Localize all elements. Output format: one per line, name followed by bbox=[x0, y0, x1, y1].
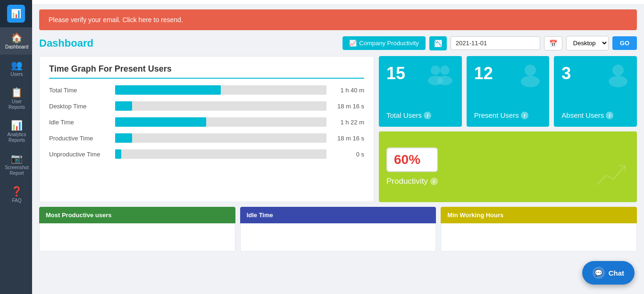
total-users-label: Total Users i bbox=[386, 111, 454, 119]
tg-value-idle-time: 1 h 22 m bbox=[331, 119, 364, 126]
alert-message: Please verify your email. Click here to … bbox=[49, 16, 183, 24]
productivity-percent: 60% bbox=[394, 152, 420, 167]
tg-bar-fill-productive-time bbox=[115, 133, 132, 143]
screenshot-icon: 📷 bbox=[11, 153, 23, 164]
tg-value-desktop-time: 18 m 16 s bbox=[331, 103, 364, 110]
svg-point-0 bbox=[431, 65, 440, 75]
productivity-percent-box: 60% bbox=[386, 147, 438, 172]
chat-bubble-icon: 💬 bbox=[593, 267, 605, 279]
sidebar-label-faq: FAQ bbox=[12, 198, 21, 204]
total-users-card: 15 Total Users i bbox=[379, 56, 462, 127]
calendar-icon: 📅 bbox=[549, 40, 557, 47]
tg-row-productive-time: Productive Time 18 m 16 s bbox=[49, 133, 364, 143]
tg-row-desktop-time: Desktop Time 18 m 16 s bbox=[49, 101, 364, 111]
tg-bar-bg-idle-time bbox=[115, 117, 326, 127]
sidebar-logo bbox=[0, 0, 32, 27]
analytics-icon: 📊 bbox=[11, 120, 23, 131]
dashboard-header: Dashboard 📈 Company Productivity 📉 📅 Des… bbox=[39, 36, 637, 50]
sidebar-item-user-reports[interactable]: 📋 User Reports bbox=[0, 82, 32, 115]
present-users-card: 12 Present Users i bbox=[467, 56, 550, 127]
time-graph-title: Time Graph For Present Users bbox=[49, 64, 364, 79]
absent-users-label: Absent Users i bbox=[561, 111, 629, 119]
topbar bbox=[32, 0, 644, 5]
company-productivity-button[interactable]: 📈 Company Productivity bbox=[343, 36, 425, 50]
absent-users-card: 3 Absent Users i bbox=[554, 56, 637, 127]
device-select[interactable]: Desktop Mobile All bbox=[566, 36, 609, 50]
bar-chart-icon: 📉 bbox=[434, 40, 442, 47]
productivity-label: Productivity i bbox=[386, 177, 438, 186]
idle-time-card: Idle Time bbox=[240, 207, 436, 252]
min-working-hours-body bbox=[441, 223, 637, 252]
min-working-hours-card: Min Working Hours bbox=[441, 207, 637, 252]
total-users-icon bbox=[426, 64, 454, 93]
idle-time-header: Idle Time bbox=[240, 207, 436, 223]
home-icon: 🏠 bbox=[11, 32, 23, 43]
faq-icon: ❓ bbox=[11, 186, 23, 197]
present-users-icon bbox=[519, 64, 542, 93]
tg-label-productive-time: Productive Time bbox=[49, 135, 110, 142]
tg-label-idle-time: Idle Time bbox=[49, 119, 110, 126]
sidebar-item-analytics-reports[interactable]: 📊 Analytics Reports bbox=[0, 115, 32, 148]
most-productive-body bbox=[39, 223, 235, 252]
tg-bar-bg-productive-time bbox=[115, 133, 326, 143]
users-icon: 👥 bbox=[11, 59, 23, 71]
min-working-hours-header: Min Working Hours bbox=[441, 207, 637, 223]
svg-point-4 bbox=[525, 65, 536, 76]
tg-bar-bg-total-time bbox=[115, 85, 326, 95]
trend-up-icon bbox=[594, 161, 627, 195]
tg-label-desktop-time: Desktop Time bbox=[49, 103, 110, 110]
tg-bar-fill-total-time bbox=[115, 85, 221, 95]
absent-users-info-icon[interactable]: i bbox=[606, 112, 613, 119]
tg-label-unproductive-time: Unproductive Time bbox=[49, 151, 110, 158]
tg-row-total-time: Total Time 1 h 40 m bbox=[49, 85, 364, 95]
svg-point-6 bbox=[612, 65, 624, 76]
tg-label-total-time: Total Time bbox=[49, 87, 110, 94]
tg-bar-fill-idle-time bbox=[115, 117, 206, 127]
user-reports-icon: 📋 bbox=[11, 87, 23, 98]
chart-button[interactable]: 📉 bbox=[429, 36, 447, 50]
time-graph-card: Time Graph For Present Users Total Time … bbox=[39, 56, 374, 202]
svg-point-7 bbox=[609, 76, 627, 87]
chat-label: Chat bbox=[609, 269, 624, 277]
sidebar-label-screenshot-report: Screenshot Report bbox=[3, 165, 30, 176]
header-controls: 📈 Company Productivity 📉 📅 Desktop Mobil… bbox=[343, 36, 637, 50]
most-productive-card: Most Productive users bbox=[39, 207, 235, 252]
absent-users-icon bbox=[607, 64, 629, 93]
bottom-section: Most Productive users Idle Time Min Work… bbox=[39, 207, 637, 252]
tg-row-unproductive-time: Unproductive Time 0 s bbox=[49, 149, 364, 159]
sidebar-item-users[interactable]: 👥 Users bbox=[0, 55, 32, 82]
alert-banner[interactable]: Please verify your email. Click here to … bbox=[39, 9, 637, 30]
tg-value-total-time: 1 h 40 m bbox=[331, 87, 364, 94]
page-title: Dashboard bbox=[39, 37, 93, 49]
total-users-info-icon[interactable]: i bbox=[424, 112, 431, 119]
tg-row-idle-time: Idle Time 1 h 22 m bbox=[49, 117, 364, 127]
main-content: Please verify your email. Click here to … bbox=[32, 0, 644, 294]
calendar-button[interactable]: 📅 bbox=[544, 36, 562, 50]
app-logo-icon bbox=[7, 5, 25, 23]
tg-bar-fill-desktop-time bbox=[115, 101, 132, 111]
tg-bar-bg-desktop-time bbox=[115, 101, 326, 111]
company-productivity-label: Company Productivity bbox=[359, 40, 418, 47]
productivity-info-icon[interactable]: i bbox=[430, 178, 438, 185]
sidebar-label-analytics-reports: Analytics Reports bbox=[3, 132, 30, 143]
tg-bar-bg-unproductive-time bbox=[115, 149, 326, 159]
productivity-content: 60% Productivity i bbox=[386, 147, 438, 186]
tg-value-productive-time: 18 m 16 s bbox=[331, 135, 364, 142]
sidebar: 🏠 Dashboard 👥 Users 📋 User Reports 📊 Ana… bbox=[0, 0, 32, 294]
svg-point-3 bbox=[437, 76, 452, 85]
svg-point-5 bbox=[521, 76, 540, 87]
sidebar-item-faq[interactable]: ❓ FAQ bbox=[0, 181, 32, 208]
date-input[interactable] bbox=[451, 36, 540, 50]
dashboard-grid: Time Graph For Present Users Total Time … bbox=[39, 56, 637, 202]
sidebar-item-dashboard[interactable]: 🏠 Dashboard bbox=[0, 27, 32, 55]
chat-button[interactable]: 💬 Chat bbox=[582, 261, 635, 285]
present-users-info-icon[interactable]: i bbox=[521, 112, 528, 119]
chart-trend-icon: 📈 bbox=[349, 40, 357, 47]
sidebar-label-users: Users bbox=[10, 72, 23, 77]
go-button[interactable]: GO bbox=[612, 36, 637, 50]
sidebar-item-screenshot-report[interactable]: 📷 Screenshot Report bbox=[0, 148, 32, 181]
sidebar-label-user-reports: User Reports bbox=[3, 99, 30, 110]
tg-bar-fill-unproductive-time bbox=[115, 149, 121, 159]
svg-point-1 bbox=[440, 65, 450, 75]
most-productive-header: Most Productive users bbox=[39, 207, 235, 223]
